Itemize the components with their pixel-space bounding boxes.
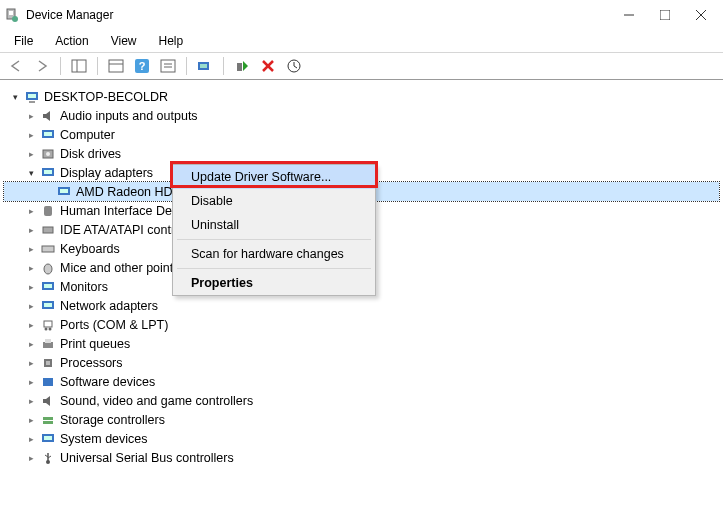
tree-item-label: Computer bbox=[60, 128, 115, 142]
expand-icon[interactable]: ▸ bbox=[24, 301, 38, 311]
ctx-separator bbox=[177, 268, 371, 269]
tree-item-sound[interactable]: ▸Sound, video and game controllers bbox=[4, 391, 719, 410]
svg-point-36 bbox=[44, 264, 52, 274]
expand-icon[interactable]: ▸ bbox=[24, 377, 38, 387]
expand-icon[interactable]: ▸ bbox=[24, 149, 38, 159]
hid-icon bbox=[40, 203, 56, 219]
svg-rect-45 bbox=[45, 339, 51, 343]
ctx-uninstall[interactable]: Uninstall bbox=[173, 213, 375, 237]
tree-item-audio[interactable]: ▸Audio inputs and outputs bbox=[4, 106, 719, 125]
expand-icon[interactable]: ▸ bbox=[24, 111, 38, 121]
expand-icon[interactable]: ▸ bbox=[24, 396, 38, 406]
expand-icon[interactable]: ▸ bbox=[24, 130, 38, 140]
menu-view[interactable]: View bbox=[107, 32, 141, 50]
svg-rect-48 bbox=[43, 378, 53, 386]
tree-item-label: Software devices bbox=[60, 375, 155, 389]
tree-item-label: Print queues bbox=[60, 337, 130, 351]
svg-rect-26 bbox=[44, 132, 52, 136]
mouse-icon bbox=[40, 260, 56, 276]
tree-item-storage[interactable]: ▸Storage controllers bbox=[4, 410, 719, 429]
help-button[interactable]: ? bbox=[132, 56, 152, 76]
expand-icon[interactable]: ▾ bbox=[8, 92, 22, 102]
svg-rect-41 bbox=[44, 321, 52, 327]
tree-root[interactable]: ▾ DESKTOP-BECOLDR bbox=[4, 87, 719, 106]
back-button[interactable] bbox=[6, 56, 26, 76]
tree-item-label: Audio inputs and outputs bbox=[60, 109, 198, 123]
tree-item-label: Ports (COM & LPT) bbox=[60, 318, 168, 332]
svg-rect-1 bbox=[9, 11, 13, 15]
menu-help[interactable]: Help bbox=[155, 32, 188, 50]
svg-point-43 bbox=[49, 327, 52, 330]
show-hide-tree-button[interactable] bbox=[69, 56, 89, 76]
ctx-scan[interactable]: Scan for hardware changes bbox=[173, 242, 375, 266]
svg-rect-34 bbox=[43, 227, 53, 233]
tree-item-label: System devices bbox=[60, 432, 148, 446]
toolbar-divider bbox=[223, 57, 224, 75]
forward-button[interactable] bbox=[32, 56, 52, 76]
expand-icon[interactable]: ▸ bbox=[24, 320, 38, 330]
display-adapter-icon bbox=[56, 184, 72, 200]
ctx-properties[interactable]: Properties bbox=[173, 271, 375, 295]
tree-item-printq[interactable]: ▸Print queues bbox=[4, 334, 719, 353]
tree-item-processors[interactable]: ▸Processors bbox=[4, 353, 719, 372]
tree-item-usb[interactable]: ▸Universal Serial Bus controllers bbox=[4, 448, 719, 467]
expand-icon[interactable]: ▸ bbox=[24, 282, 38, 292]
tree-item-network[interactable]: ▸Network adapters bbox=[4, 296, 719, 315]
expand-icon[interactable]: ▸ bbox=[24, 263, 38, 273]
close-button[interactable] bbox=[683, 0, 719, 30]
svg-rect-7 bbox=[72, 60, 86, 72]
tree-item-label: Processors bbox=[60, 356, 123, 370]
svg-point-42 bbox=[45, 327, 48, 330]
window-title: Device Manager bbox=[26, 8, 611, 22]
tree-item-label: Keyboards bbox=[60, 242, 120, 256]
expand-icon[interactable]: ▸ bbox=[24, 225, 38, 235]
tree-item-software[interactable]: ▸Software devices bbox=[4, 372, 719, 391]
expand-icon[interactable]: ▸ bbox=[24, 244, 38, 254]
uninstall-button[interactable] bbox=[258, 56, 278, 76]
properties-button[interactable] bbox=[106, 56, 126, 76]
toolbar-divider bbox=[60, 57, 61, 75]
collapse-icon[interactable]: ▾ bbox=[24, 168, 38, 178]
tree-item-label: Mice and other point bbox=[60, 261, 173, 275]
expand-icon[interactable]: ▸ bbox=[24, 358, 38, 368]
tree-item-label: IDE ATA/ATAPI contro bbox=[60, 223, 182, 237]
printer-icon bbox=[40, 336, 56, 352]
disk-icon bbox=[40, 146, 56, 162]
software-icon bbox=[40, 374, 56, 390]
tree-item-ports[interactable]: ▸Ports (COM & LPT) bbox=[4, 315, 719, 334]
expand-icon[interactable]: ▸ bbox=[24, 453, 38, 463]
svg-rect-50 bbox=[43, 421, 53, 424]
menu-file[interactable]: File bbox=[10, 32, 37, 50]
scan-hardware-button[interactable] bbox=[195, 56, 215, 76]
ide-icon bbox=[40, 222, 56, 238]
svg-rect-40 bbox=[44, 303, 52, 307]
audio-icon bbox=[40, 108, 56, 124]
expand-icon[interactable]: ▸ bbox=[24, 206, 38, 216]
menu-action[interactable]: Action bbox=[51, 32, 92, 50]
tree-item-computer[interactable]: ▸Computer bbox=[4, 125, 719, 144]
svg-rect-35 bbox=[42, 246, 54, 252]
svg-point-2 bbox=[12, 16, 18, 22]
tree-item-label: Network adapters bbox=[60, 299, 158, 313]
cpu-icon bbox=[40, 355, 56, 371]
tree-item-system[interactable]: ▸System devices bbox=[4, 429, 719, 448]
action-button[interactable] bbox=[158, 56, 178, 76]
ctx-update-driver[interactable]: Update Driver Software... bbox=[173, 165, 375, 189]
tree-root-label: DESKTOP-BECOLDR bbox=[44, 90, 168, 104]
expand-icon[interactable]: ▸ bbox=[24, 434, 38, 444]
toolbar-divider bbox=[97, 57, 98, 75]
system-icon bbox=[40, 431, 56, 447]
expand-icon[interactable]: ▸ bbox=[24, 415, 38, 425]
sound-icon bbox=[40, 393, 56, 409]
tree-item-label: AMD Radeon HD bbox=[76, 185, 173, 199]
maximize-button[interactable] bbox=[647, 0, 683, 30]
ctx-disable[interactable]: Disable bbox=[173, 189, 375, 213]
tree-item-disk[interactable]: ▸Disk drives bbox=[4, 144, 719, 163]
svg-rect-30 bbox=[44, 170, 52, 174]
svg-text:?: ? bbox=[139, 60, 146, 72]
enable-device-button[interactable] bbox=[232, 56, 252, 76]
minimize-button[interactable] bbox=[611, 0, 647, 30]
storage-icon bbox=[40, 412, 56, 428]
update-driver-button[interactable] bbox=[284, 56, 304, 76]
expand-icon[interactable]: ▸ bbox=[24, 339, 38, 349]
